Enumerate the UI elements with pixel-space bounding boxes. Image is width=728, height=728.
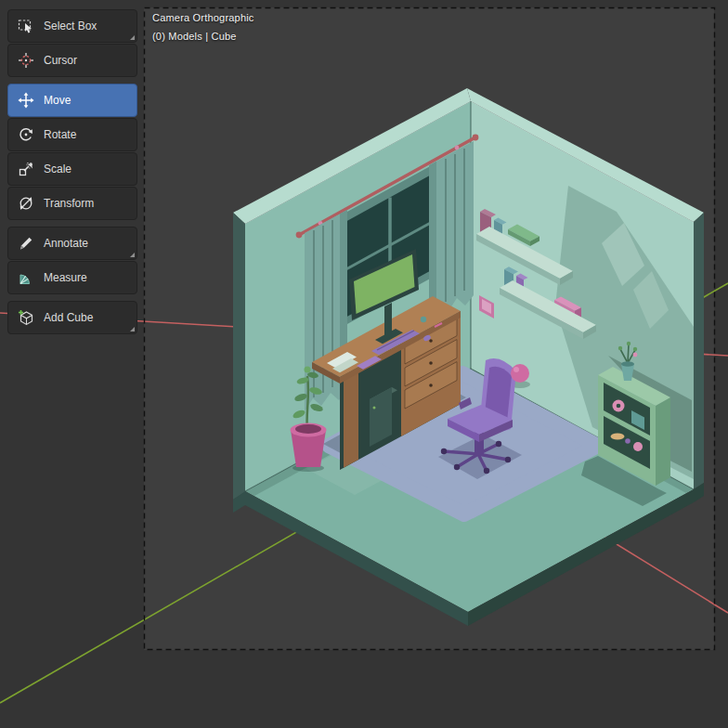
tool-label: Measure [44,271,87,284]
rotate-icon [17,125,35,144]
select-box-icon [17,17,35,35]
tool-label: Scale [44,162,72,176]
tool-label: Cursor [44,54,77,67]
tool-label: Rotate [44,128,76,141]
annotate-icon [17,234,35,253]
tool-measure[interactable]: Measure [7,261,137,294]
tool-transform[interactable]: Transform [7,187,137,220]
viewport-info-text: (0) Models | Cube [152,31,237,42]
viewport-mode-text: Camera Orthographic [152,12,254,23]
tool-annotate[interactable]: Annotate [7,227,137,260]
submenu-arrow [130,35,135,40]
tool-move[interactable]: Move [7,84,137,117]
submenu-arrow [130,253,135,257]
toolbar: Select Box Cursor Move Rotate Scale Tran… [7,9,137,335]
tool-label: Select Box [44,20,97,32]
add-cube-icon [17,308,35,327]
tool-label: Move [44,94,71,107]
tool-rotate[interactable]: Rotate [7,118,137,151]
tool-add-cube[interactable]: Add Cube [7,301,137,334]
move-icon [17,91,35,110]
camera-view-area[interactable] [144,7,714,650]
tool-label: Annotate [44,237,88,250]
cursor-icon [17,51,35,70]
transform-icon [17,194,35,213]
tool-cursor[interactable]: Cursor [7,44,137,77]
submenu-arrow [130,327,135,332]
scale-icon [17,160,35,178]
tool-select-box[interactable]: Select Box [7,9,137,43]
tool-scale[interactable]: Scale [7,152,137,186]
tool-label: Transform [44,197,94,210]
measure-icon [17,268,35,287]
tool-label: Add Cube [44,311,93,324]
